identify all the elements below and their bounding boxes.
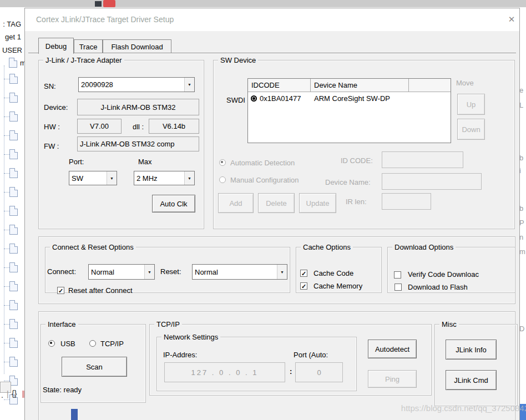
delete-button[interactable]: Delete [258, 193, 295, 213]
reset-after-connect-label: Reset after Connect [68, 286, 133, 295]
network-settings-group-title: Network Settings [161, 333, 220, 341]
chevron-down-icon[interactable]: ▼ [277, 265, 287, 279]
id-code-label: ID CODE: [341, 156, 373, 165]
dialog-titlebar[interactable]: Cortex JLink/JTrace Target Driver Setup … [25, 8, 519, 31]
row-idcode: 0x1BA01477 [260, 94, 301, 103]
document-icon[interactable] [9, 149, 18, 159]
ir-len-label: IR len: [346, 198, 367, 206]
document-icon[interactable] [9, 262, 18, 272]
sw-device-table[interactable]: IDCODE Device Name 0x1BA01477 ARM CoreSi… [247, 78, 451, 143]
tcpip-group-title: TCP/IP [154, 320, 182, 328]
text-fragment: D [519, 325, 524, 333]
document-icon[interactable] [9, 74, 18, 84]
jlink-cmd-button[interactable]: JLink Cmd [446, 370, 497, 390]
document-icon[interactable] [9, 168, 18, 178]
document-icon[interactable] [9, 319, 18, 329]
download-options-group-title: Download Options [392, 243, 456, 251]
column-header-blank[interactable] [409, 79, 451, 92]
device-label: Device: [44, 103, 68, 112]
sn-combobox[interactable]: 20090928 ▼ [78, 77, 195, 92]
cache-code-checkbox[interactable]: ✓ [300, 270, 307, 277]
fw-label: FW : [44, 142, 59, 150]
add-button[interactable]: Add [218, 193, 254, 213]
port-value: SW [69, 171, 107, 185]
table-row[interactable]: 0x1BA01477 ARM CoreSight SW-DP [248, 92, 451, 105]
selected-radio-icon[interactable] [251, 95, 257, 102]
chevron-down-icon[interactable]: ▼ [107, 171, 117, 185]
background-close-icon[interactable] [103, 0, 115, 7]
chevron-down-icon[interactable]: ▼ [144, 265, 154, 279]
document-icon[interactable] [9, 93, 18, 103]
update-button[interactable]: Update [299, 193, 336, 213]
blue-artifact-right [520, 404, 526, 420]
id-code-field[interactable] [382, 151, 463, 168]
download-to-flash-checkbox[interactable] [394, 284, 402, 291]
functions-tab-icon[interactable]: {} [12, 389, 17, 398]
misc-group: Misc [434, 324, 518, 406]
device-field: J-Link ARM-OB STM32 [77, 99, 199, 115]
connect-label: Connect: [47, 267, 76, 276]
max-combobox[interactable]: 2 MHz ▼ [134, 171, 195, 185]
tree-label-target: get 1 [0, 33, 21, 41]
ip-address-field[interactable]: 127 . 0 . 0 . 1 [164, 362, 285, 382]
text-fragment: m [519, 247, 525, 256]
port-field[interactable]: 0 [295, 362, 343, 382]
document-icon[interactable] [9, 281, 18, 291]
chevron-down-icon[interactable]: ▼ [184, 171, 194, 185]
autodetect-button[interactable]: Autodetect [368, 340, 417, 358]
tab-flash-download[interactable]: Flash Download [103, 39, 171, 53]
table-header-row: IDCODE Device Name [248, 79, 451, 92]
background-toolbar [0, 0, 526, 7]
hw-field: V7.00 [77, 119, 122, 134]
device-name-field[interactable] [382, 173, 482, 190]
document-icon[interactable] [9, 112, 18, 122]
misc-group-title: Misc [439, 320, 459, 328]
ping-button[interactable]: Ping [368, 370, 417, 388]
connect-combobox[interactable]: Normal ▼ [88, 264, 155, 280]
text-fragment: e [519, 86, 523, 94]
tcpip-radio[interactable] [89, 340, 96, 347]
auto-clk-button[interactable]: Auto Clk [152, 195, 195, 212]
background-toolbar-icon[interactable] [95, 1, 102, 7]
chevron-down-icon[interactable]: ▼ [184, 78, 194, 92]
document-icon[interactable] [9, 357, 18, 367]
dialog-title: Cortex JLink/JTrace Target Driver Setup [36, 15, 174, 24]
automatic-detection-radio[interactable] [219, 159, 226, 166]
column-header-device-name[interactable]: Device Name [311, 79, 409, 92]
reset-after-connect-checkbox[interactable]: ✓ [57, 287, 64, 294]
usb-radio[interactable] [48, 340, 55, 347]
bottom-tab-separator: | [7, 389, 9, 398]
document-icon[interactable] [9, 338, 18, 348]
close-icon[interactable]: ✕ [505, 13, 518, 26]
document-icon[interactable] [9, 130, 18, 140]
bottom-tab-dot[interactable]: . [1, 391, 3, 399]
tree-label-tag: : TAG [0, 20, 21, 28]
jlink-info-button[interactable]: JLink Info [446, 340, 497, 360]
document-icon[interactable] [9, 300, 18, 310]
scan-button[interactable]: Scan [62, 357, 127, 377]
text-fragment: n [519, 233, 523, 241]
move-up-button[interactable]: Up [457, 94, 485, 115]
verify-code-download-checkbox[interactable] [394, 271, 401, 279]
text-fragment: b [519, 204, 523, 212]
port-combobox[interactable]: SW ▼ [69, 171, 117, 185]
text-fragment: L [519, 101, 523, 109]
document-icon[interactable] [9, 244, 18, 254]
target-driver-setup-dialog: Cortex JLink/JTrace Target Driver Setup … [24, 8, 520, 420]
reset-label: Reset: [160, 267, 181, 276]
manual-configuration-radio[interactable] [219, 176, 226, 183]
tab-trace[interactable]: Trace [74, 39, 103, 53]
document-icon[interactable] [9, 187, 18, 197]
ir-len-field[interactable] [382, 193, 431, 210]
tab-debug[interactable]: Debug [38, 38, 74, 54]
column-header-idcode[interactable]: IDCODE [248, 79, 311, 92]
document-icon[interactable] [9, 225, 18, 235]
cache-memory-checkbox[interactable]: ✓ [300, 282, 307, 290]
document-icon[interactable] [9, 58, 17, 68]
move-down-button[interactable]: Down [457, 119, 485, 140]
connect-value: Normal [89, 265, 144, 279]
move-label: Move [456, 79, 474, 87]
swdi-label: SWDI [226, 96, 245, 104]
reset-combobox[interactable]: Normal ▼ [192, 264, 287, 280]
document-icon[interactable] [9, 206, 18, 216]
